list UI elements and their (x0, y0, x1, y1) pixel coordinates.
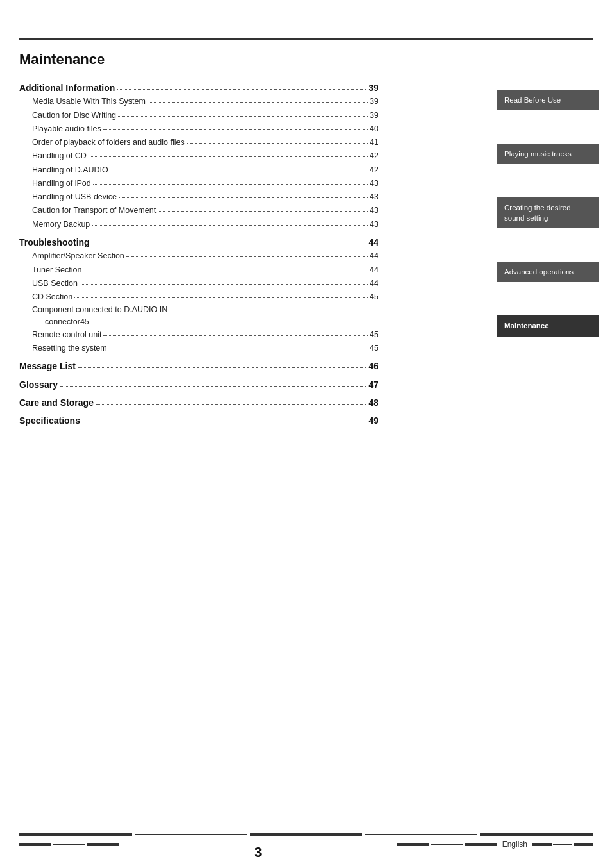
toc-item-caution-transport: Caution for Transport of Movement43 (32, 204, 378, 217)
toc-heading-label-troubleshooting: Troubleshooting (19, 235, 90, 249)
toc-item-dots-order-playback (187, 143, 368, 144)
toc-item-row1-component-connected: Component connected to D.AUDIO IN (32, 304, 378, 316)
toc-item-amplifier-section: Amplifier/Speaker Section44 (32, 249, 378, 263)
toc-heading-label-specifications: Specifications (19, 413, 80, 428)
toc-item-page-caution-disc: 39 (370, 109, 378, 122)
sidebar: Read Before UsePlaying music tracksCreat… (497, 51, 599, 338)
toc-heading-page-care-storage: 48 (368, 396, 378, 410)
toc-heading-additional-information: Additional Information39 (19, 81, 378, 95)
toc-item-dots-cd-section (74, 297, 368, 298)
sidebar-item-playing-music-tracks: Playing music tracks (497, 144, 599, 164)
toc-item-text-caution-disc: Caution for Disc Writing (32, 109, 116, 122)
toc-heading-dots-glossary (60, 386, 366, 387)
toc-item-page-handling-daudio: 42 (370, 163, 378, 177)
toc-item-text-cd-section: CD Section (32, 290, 72, 304)
toc-section-troubleshooting: Troubleshooting44Amplifier/Speaker Secti… (19, 235, 378, 355)
toc-item-text-tuner-section: Tuner Section (32, 263, 81, 277)
toc-item-page-resetting: 45 (370, 342, 378, 355)
toc-heading-label-additional-information: Additional Information (19, 81, 115, 95)
toc-item-text-amplifier-section: Amplifier/Speaker Section (32, 249, 124, 263)
toc-item-component-connected: Component connected to D.AUDIO INconnect… (32, 304, 378, 328)
toc-item-dots-caution-transport (158, 211, 368, 212)
toc-item-page-amplifier-section: 44 (370, 249, 378, 263)
toc-heading-label-care-storage: Care and Storage (19, 396, 94, 410)
toc-item-page-handling-usb: 43 (370, 190, 378, 204)
b-seg-3 (87, 843, 119, 846)
toc-item-text-handling-usb: Handling of USB device (32, 190, 117, 204)
toc-item-dots-remote-control (103, 335, 368, 336)
toc-heading-dots-troubleshooting (92, 244, 366, 244)
toc-item-handling-daudio: Handling of D.AUDIO42 (32, 163, 378, 177)
toc-item-page-remote-control: 45 (370, 328, 378, 342)
toc-item-handling-usb: Handling of USB device43 (32, 190, 378, 204)
bottom-right-area: English (397, 840, 593, 849)
b-seg-2 (53, 844, 85, 845)
toc-heading-page-additional-information: 39 (368, 81, 378, 95)
toc-item-tuner-section: Tuner Section44 (32, 263, 378, 277)
toc-item-dots-handling-cd (89, 156, 368, 157)
bottom-line-seg-1 (19, 833, 132, 836)
page-number: 3 (254, 844, 262, 861)
toc-item-text-media-usable: Media Usable With This System (32, 95, 146, 108)
toc-heading-label-message-list: Message List (19, 359, 76, 373)
toc-item-page-media-usable: 39 (370, 95, 378, 108)
toc-item-row2-component-connected: connector45 (32, 316, 378, 328)
toc-heading-page-glossary: 47 (368, 378, 378, 392)
b-seg-1 (19, 843, 51, 846)
toc-item-page-playable-audio: 40 (370, 122, 378, 136)
main-content: Maintenance Additional Information39Medi… (19, 51, 378, 432)
language-label: English (502, 840, 527, 849)
toc-item-dots-amplifier-section (126, 256, 368, 257)
b-seg-r2 (431, 844, 463, 845)
toc-heading-dots-message-list (78, 367, 366, 368)
toc-item-remote-control: Remote control unit45 (32, 328, 378, 342)
toc-section-glossary: Glossary47 (19, 378, 378, 392)
toc-item-page-memory-backup: 43 (370, 218, 378, 231)
sidebar-item-read-before-use: Read Before Use (497, 90, 599, 110)
b-seg-r3 (465, 843, 497, 846)
toc-item-handling-cd: Handling of CD42 (32, 149, 378, 163)
toc-heading-dots-additional-information (117, 89, 366, 90)
toc-item-page-tuner-section: 44 (370, 263, 378, 277)
toc-item-page-order-playback: 41 (370, 136, 378, 149)
toc-heading-specifications: Specifications49 (19, 413, 378, 428)
sidebar-item-advanced-operations: Advanced operations (497, 262, 599, 282)
toc-item-resetting: Resetting the system45 (32, 342, 378, 355)
toc-heading-dots-specifications (83, 422, 366, 422)
toc-item-page-handling-ipod: 43 (370, 177, 378, 190)
toc-section-additional-information: Additional Information39Media Usable Wit… (19, 81, 378, 231)
toc-heading-page-message-list: 46 (368, 359, 378, 373)
sidebar-item-maintenance: Maintenance (497, 315, 599, 336)
toc-item-text-remote-control: Remote control unit (32, 328, 101, 342)
toc-heading-page-specifications: 49 (368, 413, 378, 428)
toc-item-text-handling-cd: Handling of CD (32, 149, 87, 163)
toc-item-dots-resetting (109, 349, 368, 349)
bottom-left-lines (19, 843, 119, 846)
toc-item-playable-audio: Playable audio files40 (32, 122, 378, 136)
toc-item-text-handling-ipod: Handling of iPod (32, 177, 91, 190)
b-seg-r1 (397, 843, 429, 846)
toc-item-dots-tuner-section (83, 271, 368, 271)
bottom-lines-top (0, 833, 612, 836)
toc-item-page-component-connected: 45 (80, 316, 89, 328)
toc-item-text-caution-transport: Caution for Transport of Movement (32, 204, 156, 217)
toc-item-dots-caution-disc (118, 116, 368, 117)
toc-sub-additional-information: Media Usable With This System39Caution f… (19, 95, 378, 231)
sidebar-item-creating-sound-setting: Creating the desired sound setting (497, 197, 599, 228)
toc-item-dots-handling-daudio (110, 171, 368, 171)
toc-item-page-usb-section: 44 (370, 277, 378, 290)
toc-item-page-cd-section: 45 (370, 290, 378, 304)
toc-item-dots-handling-usb (119, 197, 368, 198)
toc-item-memory-backup: Memory Backup43 (32, 218, 378, 231)
page-title: Maintenance (19, 51, 378, 68)
toc-item-page-handling-cd: 42 (370, 149, 378, 163)
toc-heading-glossary: Glossary47 (19, 378, 378, 392)
toc-heading-troubleshooting: Troubleshooting44 (19, 235, 378, 249)
toc-item-text-handling-daudio: Handling of D.AUDIO (32, 163, 108, 177)
toc-heading-care-storage: Care and Storage48 (19, 396, 378, 410)
bottom-area: 3 English (0, 833, 612, 849)
toc-item-text-order-playback: Order of playback of folders and audio f… (32, 136, 185, 149)
toc-section-specifications: Specifications49 (19, 413, 378, 428)
toc-item-media-usable: Media Usable With This System39 (32, 95, 378, 108)
toc-item-dots-media-usable (148, 102, 368, 103)
